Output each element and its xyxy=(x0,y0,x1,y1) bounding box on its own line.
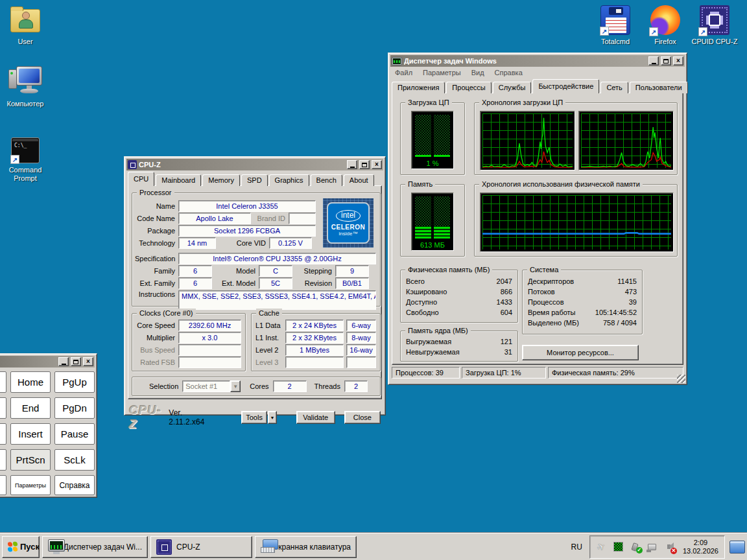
cpuz-titlebar[interactable]: CPU-Z × xyxy=(126,159,383,170)
tab-networking[interactable]: Сеть xyxy=(600,82,628,93)
key-partial[interactable] xyxy=(0,475,6,495)
instructions-field: MMX, SSE, SSE2, SSE3, SSSE3, SSE4.1, SSE… xyxy=(178,290,376,310)
tab-processes[interactable]: Процессы xyxy=(446,82,491,93)
minimize-icon[interactable] xyxy=(347,160,357,169)
key-help[interactable]: Справка xyxy=(54,475,95,495)
tray-network-icon[interactable] xyxy=(646,541,658,552)
validate-button[interactable]: Validate xyxy=(296,411,335,424)
revision-label: Revision xyxy=(296,279,332,287)
desktop-icon-firefox[interactable]: ↗ Firefox xyxy=(640,5,691,46)
socket-select-arrow-icon[interactable]: ▼ xyxy=(230,380,241,392)
desktop-icon-totalcmd[interactable]: ↗ Totalcmd xyxy=(590,5,641,46)
close-icon[interactable]: × xyxy=(372,160,382,169)
memory-history-graph xyxy=(480,192,674,252)
tray-safely-remove-hardware-icon[interactable]: ✓ xyxy=(630,541,641,552)
menu-options[interactable]: Параметры xyxy=(423,69,461,76)
desktop-icon-label: Totalcmd xyxy=(601,38,630,46)
tab-services[interactable]: Службы xyxy=(493,82,532,93)
memory-history-group-title: Хронология использования физической памя… xyxy=(479,180,643,189)
tray-clock[interactable]: 2:09 13.02.2026 xyxy=(680,539,718,555)
key-pause[interactable]: Pause xyxy=(54,423,95,445)
tray-cpu-meter-icon[interactable] xyxy=(613,541,624,552)
key-insert[interactable]: Insert xyxy=(10,423,51,445)
taskbar-button-onscreen-keyboard[interactable]: Экранная клавиатура xyxy=(255,536,357,558)
task-manager-window: Диспетчер задач Windows × Файл Параметры… xyxy=(388,52,687,385)
close-button[interactable]: Close xyxy=(344,411,381,424)
tab-users[interactable]: Пользователи xyxy=(630,82,688,93)
tab-spd[interactable]: SPD xyxy=(241,174,268,186)
key-home[interactable]: Home xyxy=(10,371,51,393)
intel-celeron-badge: intel CELERON inside™ xyxy=(323,198,374,248)
close-icon[interactable]: × xyxy=(673,56,683,65)
minimize-icon[interactable] xyxy=(58,357,69,366)
taskbar-button-cpuz[interactable]: CPU-Z xyxy=(150,536,252,558)
stat-value: 39 xyxy=(629,297,637,307)
tools-dropdown-icon[interactable]: ▼ xyxy=(268,411,276,424)
socket-select[interactable]: Socket #1 xyxy=(182,380,230,392)
maximize-icon[interactable] xyxy=(359,160,370,169)
key-pgdn[interactable]: PgDn xyxy=(54,397,95,419)
cpu-usage-group: Загрузка ЦП 1 % xyxy=(400,102,465,175)
desktop-icon-cpuz[interactable]: ↗ CPUID CPU-Z xyxy=(689,5,740,46)
show-desktop-icon[interactable] xyxy=(729,541,745,554)
family-field: 6 xyxy=(178,265,212,277)
key-partial[interactable] xyxy=(0,423,6,445)
status-processes: Процессов: 39 xyxy=(392,367,460,379)
cpuz-version: Ver. 2.11.2.x64 xyxy=(169,408,213,426)
tab-applications[interactable]: Приложения xyxy=(392,82,445,93)
minimize-icon[interactable] xyxy=(648,56,659,65)
maximize-icon[interactable] xyxy=(71,357,81,366)
cpuz-window-title: CPU-Z xyxy=(139,161,345,169)
tab-about[interactable]: About xyxy=(344,174,374,186)
key-partial[interactable] xyxy=(0,371,6,393)
maximize-icon[interactable] xyxy=(661,56,671,65)
taskbar-button-taskmgr[interactable]: Диспетчер задач Wi... xyxy=(42,536,148,558)
level2-size-field: 1 MBytes xyxy=(285,344,344,356)
shortcut-arrow-icon: ↗ xyxy=(10,155,19,164)
tray-volume-muted-icon[interactable]: ✕ xyxy=(663,541,674,552)
tab-graphics[interactable]: Graphics xyxy=(269,174,309,186)
package-field: Socket 1296 FCBGA xyxy=(178,225,316,237)
key-pgup[interactable]: PgUp xyxy=(54,371,95,393)
taskmgr-titlebar[interactable]: Диспетчер задач Windows × xyxy=(390,55,685,67)
key-prtscn[interactable]: PrtScn xyxy=(10,449,51,471)
desktop-icon-computer[interactable]: Компьютер xyxy=(0,65,51,108)
l1-inst-way-field: 8-way xyxy=(346,332,376,344)
tab-performance[interactable]: Быстродействие xyxy=(532,79,599,93)
menu-file[interactable]: Файл xyxy=(395,69,412,76)
language-indicator[interactable]: RU xyxy=(569,542,585,552)
tab-mainboard[interactable]: Mainboard xyxy=(156,174,201,186)
cpuz-chip-icon: ↗ xyxy=(700,5,729,35)
stat-value: 604 xyxy=(501,307,512,318)
taskmgr-window-icon xyxy=(392,57,402,65)
level3-size-field xyxy=(285,356,344,368)
tray-plane-icon[interactable]: ✈ xyxy=(596,541,607,552)
keyboard-titlebar[interactable]: × xyxy=(0,356,95,368)
key-partial[interactable] xyxy=(0,397,6,419)
resize-grip[interactable] xyxy=(677,375,685,383)
key-sclk[interactable]: ScLk xyxy=(54,449,95,471)
desktop-icon-label: Firefox xyxy=(654,38,676,46)
close-icon[interactable]: × xyxy=(83,357,93,366)
tools-button[interactable]: Tools xyxy=(241,411,268,424)
key-options[interactable]: Параметры xyxy=(10,475,51,495)
resource-monitor-button[interactable]: Монитор ресурсов... xyxy=(522,345,639,360)
memory-gauge-value: 613 МБ xyxy=(412,241,453,249)
menu-help[interactable]: Справка xyxy=(495,69,523,76)
revision-field: B0/B1 xyxy=(335,277,369,289)
taskmgr-icon xyxy=(48,539,59,555)
menu-view[interactable]: Вид xyxy=(471,69,484,76)
start-button[interactable]: Пуск xyxy=(2,536,40,558)
tab-cpu[interactable]: CPU xyxy=(128,172,154,186)
desktop-icon-command-prompt[interactable]: C:\_ ↗ Command Prompt xyxy=(0,137,51,183)
key-partial[interactable] xyxy=(0,449,6,471)
key-end[interactable]: End xyxy=(10,397,51,419)
system-tray: ✈ ✓ ✕ 2:09 13.02.2026 xyxy=(589,535,725,559)
level3-way-field xyxy=(346,356,376,368)
cpu-usage-gauge: 1 % xyxy=(411,111,454,169)
desktop-icon-user[interactable]: User xyxy=(0,5,51,46)
tab-memory[interactable]: Memory xyxy=(202,174,240,186)
stat-value: 31 xyxy=(504,347,512,357)
tab-bench[interactable]: Bench xyxy=(311,174,342,186)
cpu-usage-value: 1 % xyxy=(412,159,453,167)
